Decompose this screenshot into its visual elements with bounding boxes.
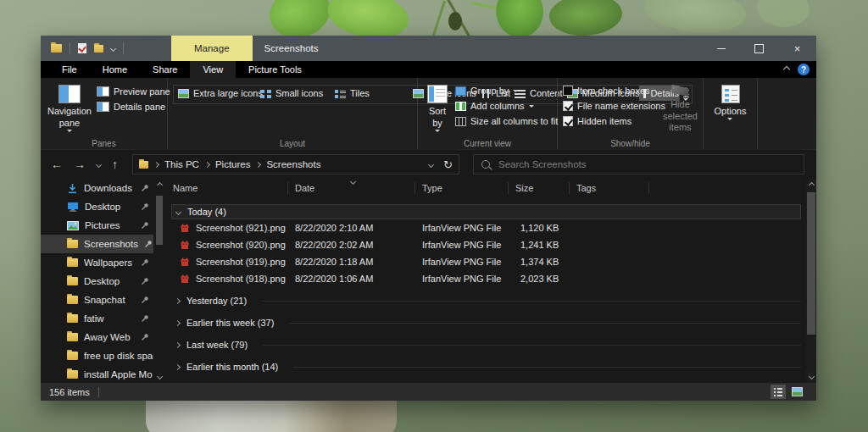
sidebar-item-free-up-disk-space[interactable]: free up disk spac xyxy=(41,346,153,365)
group-header-today[interactable]: Today (4) xyxy=(171,204,801,219)
tab-file[interactable]: File xyxy=(49,61,90,78)
new-folder-icon[interactable] xyxy=(94,45,103,53)
sidebar-item-downloads[interactable]: Downloads xyxy=(41,179,153,197)
plant-leaf xyxy=(548,0,625,39)
ribbon-tab-row-right: ? xyxy=(784,61,816,78)
back-icon[interactable]: ← xyxy=(51,158,63,170)
group-header-earlier-this-week[interactable]: Earlier this week (37) xyxy=(171,314,801,331)
checked-checkbox-icon xyxy=(563,101,573,111)
group-header-last-week[interactable]: Last week (79) xyxy=(171,336,801,353)
file-row[interactable]: Screenshot (918).png 8/22/2020 1:06 AM I… xyxy=(166,270,806,287)
forward-icon[interactable]: → xyxy=(74,158,86,170)
add-columns-icon xyxy=(455,102,466,111)
layout-option-tiles[interactable]: Tiles xyxy=(331,86,409,101)
file-row[interactable]: Screenshot (919).png 8/22/2020 1:18 AM I… xyxy=(166,253,806,270)
scroll-down-icon[interactable] xyxy=(156,374,162,379)
search-input[interactable] xyxy=(497,158,796,170)
ribbon-group-current-view: Sort by Group by Add columns Size all co… xyxy=(418,78,558,149)
column-header-size[interactable]: Size xyxy=(509,179,570,197)
details-pane-button[interactable]: Details pane xyxy=(97,102,170,112)
collapse-ribbon-icon[interactable] xyxy=(783,66,790,73)
tab-share[interactable]: Share xyxy=(140,61,190,78)
group-header-yesterday[interactable]: Yesterday (21) xyxy=(171,292,801,309)
sort-by-icon xyxy=(427,85,448,103)
column-header-type[interactable]: Type xyxy=(415,179,509,197)
irfanview-file-icon xyxy=(180,240,190,250)
file-row[interactable]: Screenshot (921).png 8/22/2020 2:10 AM I… xyxy=(166,219,806,236)
group-by-button[interactable]: Group by xyxy=(455,86,558,96)
layout-option-small-icons[interactable]: Small icons xyxy=(256,86,331,101)
file-date: 8/22/2020 1:18 AM xyxy=(288,257,415,267)
address-dropdown-chevron-icon[interactable] xyxy=(428,161,434,167)
file-row[interactable]: Screenshot (920).png 8/22/2020 2:02 AM I… xyxy=(166,236,806,253)
manage-contextual-tab[interactable]: Manage xyxy=(171,36,253,61)
scrollbar-thumb[interactable] xyxy=(156,196,163,245)
chevron-down-icon xyxy=(67,130,72,132)
add-columns-button[interactable]: Add columns xyxy=(455,101,558,111)
scroll-up-icon[interactable] xyxy=(808,182,814,188)
tab-picture-tools[interactable]: Picture Tools xyxy=(236,61,314,78)
address-bar[interactable]: This PC Pictures Screenshots ↻ xyxy=(132,154,459,174)
breadcrumb-chevron-icon[interactable] xyxy=(255,161,261,167)
thumbnail-view-button[interactable] xyxy=(789,385,804,399)
group-header-label: Last week (79) xyxy=(186,340,248,350)
search-box[interactable] xyxy=(473,154,804,174)
group-by-icon xyxy=(455,86,466,96)
title-bar[interactable]: Manage Screenshots × xyxy=(41,36,816,61)
ribbon-group-layout: Extra large icons Small icons Tiles Larg… xyxy=(168,78,418,149)
hidden-items-checkbox[interactable]: Hidden items xyxy=(563,116,658,126)
options-button[interactable]: Options xyxy=(707,83,754,136)
column-header-tags[interactable]: Tags xyxy=(570,179,649,197)
close-button[interactable]: × xyxy=(778,36,816,61)
tab-view[interactable]: View xyxy=(190,61,236,78)
sidebar-item-install-apple-mo[interactable]: install Apple Mo xyxy=(41,365,153,383)
sidebar-item-screenshots[interactable]: Screenshots xyxy=(41,235,153,253)
minimize-button[interactable] xyxy=(702,36,740,61)
scroll-down-icon[interactable] xyxy=(808,374,814,379)
navigation-pane-button[interactable]: Navigation pane xyxy=(44,83,95,136)
folder-icon xyxy=(67,314,78,323)
preview-pane-button[interactable]: Preview pane xyxy=(97,86,170,97)
details-view-button[interactable] xyxy=(771,385,786,399)
column-header-name[interactable]: Name xyxy=(166,179,288,197)
scrollbar-thumb[interactable] xyxy=(807,192,815,335)
sidebar-item-snapchat[interactable]: Snapchat xyxy=(41,291,153,309)
pin-icon xyxy=(141,221,153,230)
file-list-scrollbar[interactable] xyxy=(806,179,816,383)
breadcrumb-chevron-icon[interactable] xyxy=(153,161,159,167)
size-columns-icon xyxy=(455,117,466,126)
help-icon[interactable]: ? xyxy=(798,64,810,75)
current-view-small-buttons: Group by Add columns Size all columns to… xyxy=(453,83,559,136)
plant-leaf xyxy=(643,0,747,36)
refresh-icon[interactable]: ↻ xyxy=(443,159,453,170)
properties-icon[interactable] xyxy=(78,43,86,53)
maximize-icon xyxy=(754,44,764,53)
scroll-up-icon[interactable] xyxy=(156,182,162,188)
customize-toolbar-chevron-icon[interactable] xyxy=(110,45,116,51)
sidebar-item-away-web[interactable]: Away Web xyxy=(41,328,153,346)
sort-by-button[interactable]: Sort by xyxy=(421,83,453,136)
file-name-extensions-checkbox[interactable]: File name extensions xyxy=(563,101,658,111)
file-type: IrfanView PNG File xyxy=(415,257,509,267)
sidebar-item-wallpapers[interactable]: Wallpapers xyxy=(41,253,153,272)
size-all-columns-button[interactable]: Size all columns to fit xyxy=(455,116,558,126)
breadcrumb-pictures[interactable]: Pictures xyxy=(215,159,251,169)
tab-home[interactable]: Home xyxy=(90,61,140,78)
breadcrumb-this-pc[interactable]: This PC xyxy=(164,159,199,169)
recent-locations-chevron-icon[interactable] xyxy=(96,161,102,167)
breadcrumb-chevron-icon[interactable] xyxy=(204,161,210,167)
up-icon[interactable]: ↑ xyxy=(112,158,118,170)
sidebar-scrollbar[interactable] xyxy=(155,180,164,381)
group-header-earlier-this-month[interactable]: Earlier this month (14) xyxy=(171,358,801,375)
sidebar-item-desktop[interactable]: Desktop xyxy=(41,197,153,216)
file-name: Screenshot (918).png xyxy=(196,274,286,284)
maximize-button[interactable] xyxy=(740,36,778,61)
hide-selected-items-button[interactable]: Hide selected items xyxy=(659,83,701,136)
item-check-boxes-checkbox[interactable]: Item check boxes xyxy=(563,86,658,96)
show-hide-checkboxes: Item check boxes File name extensions Hi… xyxy=(561,83,659,136)
breadcrumb-screenshots[interactable]: Screenshots xyxy=(266,159,320,169)
sidebar-item-fatiw[interactable]: fatiw xyxy=(41,309,153,328)
sidebar-item-pictures[interactable]: Pictures xyxy=(41,216,153,235)
layout-option-extra-large-icons[interactable]: Extra large icons xyxy=(174,86,256,101)
sidebar-item-desktop-2[interactable]: Desktop xyxy=(41,272,153,291)
